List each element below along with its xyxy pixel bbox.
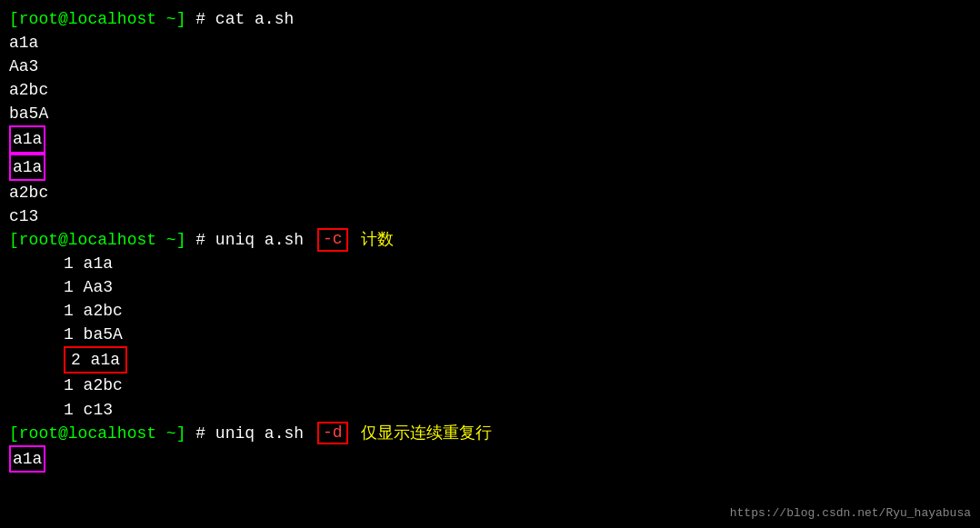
boxed-a1a-2: a1a [9, 154, 45, 181]
output-c13: c13 [9, 204, 38, 228]
output-1-ba5a: 1 ba5A [64, 323, 123, 346]
prompt-hash3: # [185, 422, 215, 445]
prompt-hash: # [185, 7, 215, 31]
uniq-c-7: 1 c13 [9, 398, 971, 422]
prompt-user3: root@localhost ~ [19, 422, 176, 445]
line-aa3: Aa3 [9, 55, 971, 78]
flag-c: -c [317, 228, 348, 252]
line-a2bc-1: a2bc [9, 78, 971, 102]
terminal-output: [root@localhost ~] # cat a.sh a1a Aa3 a2… [9, 7, 971, 473]
line-ba5a: ba5A [9, 102, 971, 125]
cmd-cat: cat a.sh [215, 7, 294, 31]
line-a1a-bottom: a1a [9, 445, 971, 473]
uniq-c-3: 1 a2bc [9, 299, 971, 323]
cmd-uniq-c: uniq a.sh [215, 228, 314, 252]
uniq-c-4: 1 ba5A [9, 323, 971, 346]
uniq-c-2: 1 Aa3 [9, 275, 971, 299]
comment-d: 仅显示连续重复行 [352, 422, 493, 445]
line-uniq-c: [root@localhost ~] # uniq a.sh -c 计数 [9, 228, 971, 252]
output-aa3: Aa3 [9, 55, 38, 78]
prompt-bracket5: [ [9, 422, 19, 445]
output-1-a2bc-2: 1 a2bc [64, 374, 123, 397]
line-a2bc-2: a2bc [9, 181, 971, 204]
output-a2bc-1: a2bc [9, 78, 48, 102]
boxed-a1a-bottom: a1a [9, 445, 45, 473]
flag-d: -d [317, 422, 348, 445]
output-ba5a: ba5A [9, 102, 48, 125]
uniq-c-6: 1 a2bc [9, 374, 971, 397]
output-1-aa3: 1 Aa3 [64, 275, 113, 299]
prompt-user2: root@localhost ~ [19, 228, 176, 252]
output-a2bc-2: a2bc [9, 181, 48, 204]
boxed-2-a1a: 2 a1a [64, 346, 127, 374]
prompt-bracket4: ] [176, 228, 186, 252]
watermark: https://blog.csdn.net/Ryu_hayabusa [730, 505, 971, 523]
boxed-a1a-1: a1a [9, 125, 45, 153]
uniq-c-5: 2 a1a [9, 346, 971, 374]
line-a1a-boxed-1: a1a [9, 125, 971, 153]
uniq-c-1: 1 a1a [9, 252, 971, 275]
prompt-hash2: # [185, 228, 215, 252]
output-1-c13: 1 c13 [64, 398, 113, 422]
prompt-bracket2: ] [176, 7, 186, 31]
output-a1a-1: a1a [9, 31, 38, 55]
comment-c: 计数 [352, 228, 395, 252]
line-a1a-boxed-2: a1a [9, 154, 971, 181]
prompt-user: root@localhost ~ [19, 7, 176, 31]
prompt-bracket3: [ [9, 228, 19, 252]
prompt-bracket: [ [9, 7, 19, 31]
prompt-bracket6: ] [176, 422, 186, 445]
output-1-a2bc: 1 a2bc [64, 299, 123, 323]
line-c13: c13 [9, 204, 971, 228]
output-1-a1a: 1 a1a [64, 252, 113, 275]
cmd-uniq-d: uniq a.sh [215, 422, 314, 445]
line-uniq-d: [root@localhost ~] # uniq a.sh -d 仅显示连续重… [9, 422, 971, 445]
line-1: [root@localhost ~] # cat a.sh [9, 7, 971, 31]
line-a1a-1: a1a [9, 31, 971, 55]
